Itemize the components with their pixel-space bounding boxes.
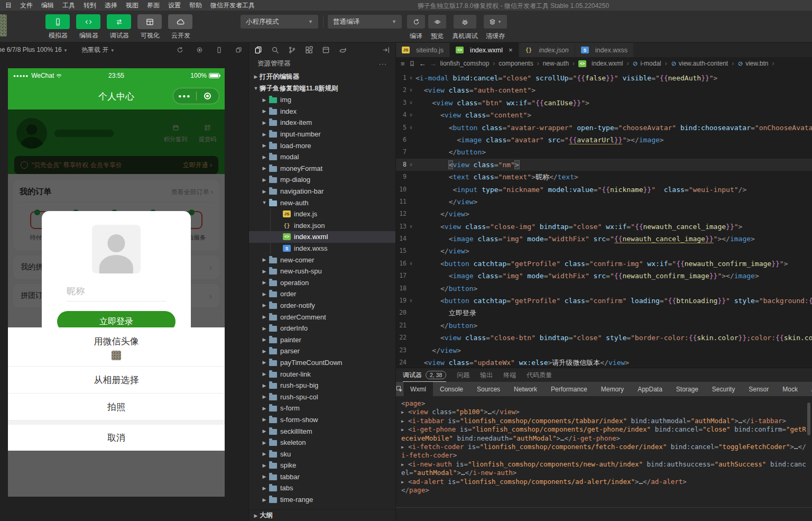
- devtools-tab-Wxml[interactable]: Wxml: [403, 382, 433, 396]
- toolbar-simulator-button[interactable]: 模拟器: [45, 14, 71, 40]
- code-line[interactable]: 19∨ <button catchtap="getProfile" class=…: [396, 295, 812, 307]
- breadcrumb-item[interactable]: components: [499, 60, 533, 67]
- menu-item[interactable]: 帮助: [185, 1, 206, 10]
- restart-icon[interactable]: [177, 47, 183, 53]
- panel-tab-代码质量[interactable]: 代码质量: [527, 368, 552, 382]
- expand-arrow-icon[interactable]: ▶: [401, 417, 408, 425]
- tree-item-spike[interactable]: ▶spike: [249, 460, 395, 471]
- toolbar-code-button[interactable]: 编辑器: [76, 14, 102, 40]
- inspect-element-icon[interactable]: [396, 382, 403, 396]
- tree-item-index-item[interactable]: ▶index-item: [249, 117, 395, 129]
- code-line[interactable]: 22 <view class="close-btn" bindtap="clos…: [396, 332, 812, 344]
- panel-tab-问题[interactable]: 问题: [457, 368, 469, 382]
- code-line[interactable]: 11 </view>: [396, 196, 812, 208]
- expand-arrow-icon[interactable]: ▶: [401, 460, 408, 469]
- tree-item-seckillItem[interactable]: ▶seckillItem: [249, 425, 395, 437]
- toolbar-swap-button[interactable]: 调试器: [107, 14, 132, 40]
- breadcrumb-item[interactable]: lionfish_comshop: [440, 60, 490, 67]
- nickname-input[interactable]: 昵称: [67, 285, 166, 301]
- code-line[interactable]: 9 <text class="nmtext">昵称</text>: [396, 171, 812, 183]
- code-line[interactable]: 2∨ <view class="auth-content">: [396, 84, 812, 96]
- code-line[interactable]: 20 立即登录: [396, 307, 812, 319]
- devtools-tab-Console[interactable]: Console: [433, 382, 470, 396]
- devtools-tab-Security[interactable]: Security: [705, 382, 742, 396]
- avatar-placeholder-icon[interactable]: [92, 225, 141, 273]
- device-frame-icon[interactable]: [216, 47, 223, 53]
- code-line[interactable]: 18 </button>: [396, 282, 812, 295]
- extensions-icon[interactable]: [305, 46, 313, 54]
- tree-item-router-link[interactable]: ▶router-link: [249, 368, 395, 380]
- open-editors-section[interactable]: ▶ 打开的编辑器: [249, 71, 395, 83]
- tree-item-orderComment[interactable]: ▶orderComment: [249, 311, 395, 323]
- code-line[interactable]: 8∨ <view class="nm">: [396, 159, 812, 171]
- tree-item-skeleton[interactable]: ▶skeleton: [249, 437, 395, 449]
- tree-item-payTimeCountDown[interactable]: ▶payTimeCountDown: [249, 357, 395, 369]
- toolbar-refresh-button[interactable]: [407, 15, 425, 29]
- code-line[interactable]: 13∨ <view class="close-img" bindtap="clo…: [396, 221, 812, 233]
- hot-reload-toggle[interactable]: 热重载 开 ▼: [81, 45, 115, 54]
- wxml-tree-node[interactable]: ▶<i-tabbar is="lionfish_comshop/componen…: [401, 417, 807, 425]
- tree-item-img[interactable]: ▶img: [249, 94, 395, 106]
- editor-tab-index.wxss[interactable]: Sindex.wxss: [575, 43, 634, 57]
- wxml-tree-node[interactable]: </page>: [401, 486, 807, 495]
- devtools-tab-Sources[interactable]: Sources: [470, 382, 507, 396]
- tree-item-input-number[interactable]: ▶input-number: [249, 129, 395, 140]
- tree-item-index.wxss[interactable]: Sindex.wxss: [249, 243, 395, 254]
- tree-item-modal[interactable]: ▶modal: [249, 151, 395, 163]
- tree-item-new-comer[interactable]: ▶new-comer: [249, 254, 395, 266]
- docker-whale-icon[interactable]: [339, 46, 347, 54]
- menu-item[interactable]: 选择: [100, 1, 122, 10]
- tree-item-moneyFormat[interactable]: ▶moneyFormat: [249, 163, 395, 175]
- sheet-cancel-button[interactable]: 取消: [8, 425, 225, 451]
- tree-item-s-form[interactable]: ▶s-form: [249, 403, 395, 414]
- devtools-tab-Memory[interactable]: Memory: [594, 382, 631, 396]
- breadcrumb-item[interactable]: i-modal: [632, 60, 661, 67]
- devtools-tab-Network[interactable]: Network: [507, 382, 544, 396]
- tree-item-index.json[interactable]: {}index.json: [249, 220, 395, 232]
- devtools-tab-Mock[interactable]: Mock: [776, 382, 805, 396]
- code-line[interactable]: 23 </view>: [396, 344, 812, 357]
- code-line[interactable]: 12 </view>: [396, 208, 812, 220]
- breadcrumb-item[interactable]: new-auth: [543, 60, 569, 67]
- code-editor[interactable]: 1∨<i-modal bind:cancel="close" scrollUp=…: [396, 70, 812, 368]
- toolbar-cloud-button[interactable]: 云开发: [168, 14, 193, 40]
- devtools-tab-Au[interactable]: Au: [805, 382, 812, 396]
- close-icon[interactable]: ×: [509, 46, 513, 54]
- devtools-tab-Sensor[interactable]: Sensor: [742, 382, 776, 396]
- tree-item-mp-dialog[interactable]: ▶mp-dialog: [249, 174, 395, 186]
- devtools-tab-Storage[interactable]: Storage: [669, 382, 705, 396]
- code-line[interactable]: 3∨ <view class="btn" wx:if="{{canIUse}}"…: [396, 97, 812, 109]
- breadcrumb-item[interactable]: <>index.wxml: [578, 60, 623, 67]
- sheet-item[interactable]: 从相册选择: [8, 367, 225, 394]
- compile-mode-select[interactable]: 普通编译 ▼: [328, 15, 402, 29]
- tree-item-navigation-bar[interactable]: ▶navigation-bar: [249, 186, 395, 197]
- tree-item-sku[interactable]: ▶sku: [249, 448, 395, 460]
- panel-tab-调试器[interactable]: 调试器2, 38: [403, 368, 446, 382]
- outline-list-icon[interactable]: ≡: [401, 60, 405, 68]
- code-line[interactable]: 10 <input type="nickname" model:value="{…: [396, 184, 812, 196]
- tree-item-index.wxml[interactable]: <>index.wxml: [249, 231, 395, 243]
- menu-item[interactable]: 编辑: [37, 1, 58, 10]
- tree-item-time-range[interactable]: ▶time-range: [249, 494, 395, 506]
- toolbar-bug-button[interactable]: [454, 15, 476, 29]
- nav-back-icon[interactable]: ←: [419, 60, 426, 68]
- tree-item-rush-spu-col[interactable]: ▶rush-spu-col: [249, 391, 395, 403]
- code-line[interactable]: 14 <image class="img" mode="widthFix" sr…: [396, 233, 812, 245]
- wxml-tree-node[interactable]: <page>: [401, 399, 807, 408]
- panel-tab-终端[interactable]: 终端: [503, 368, 516, 382]
- tree-item-index[interactable]: ▶index: [249, 106, 395, 117]
- tree-item-tabs[interactable]: ▶tabs: [249, 482, 395, 494]
- tree-item-orderInfo[interactable]: ▶orderInfo: [249, 323, 395, 334]
- editor-tab-index.wxml[interactable]: <>index.wxml×: [450, 43, 519, 57]
- record-icon[interactable]: [196, 47, 203, 53]
- tree-item-operation[interactable]: ▶operation: [249, 277, 395, 289]
- wxml-tree-node[interactable]: ▶<ad-alert is="lionfish_comshop/componen…: [401, 478, 807, 486]
- code-line[interactable]: 1∨<i-modal bind:cancel="close" scrollUp=…: [396, 72, 812, 84]
- more-actions-icon[interactable]: ···: [379, 60, 387, 68]
- tree-item-load-more[interactable]: ▶load-more: [249, 140, 395, 151]
- tree-item-new-rush-spu[interactable]: ▶new-rush-spu: [249, 266, 395, 277]
- expand-arrow-icon[interactable]: ▶: [401, 408, 408, 416]
- code-line[interactable]: 5∨ <button class="avatar-wrapper" open-t…: [396, 122, 812, 134]
- menu-item[interactable]: 工具: [58, 1, 79, 10]
- toolbar-eye-button[interactable]: [428, 15, 446, 29]
